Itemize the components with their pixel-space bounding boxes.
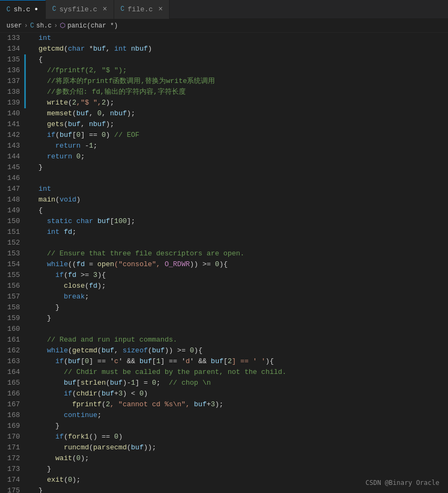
line-row: 162 while(getcmd(buf, sizeof(buf)) >= 0)… bbox=[0, 345, 286, 356]
tab-sysfile[interactable]: C sysfile.c × bbox=[46, 0, 114, 19]
line-code: int bbox=[26, 184, 51, 195]
line-code: } bbox=[26, 464, 51, 475]
line-row: 147 int bbox=[0, 184, 286, 195]
line-number: 147 bbox=[0, 184, 24, 195]
line-row: 164 // Chdir must be called by the paren… bbox=[0, 367, 286, 378]
tab-sysfile-label: sysfile.c bbox=[59, 5, 97, 13]
line-row: 166 if(chdir(buf+3) < 0) bbox=[0, 388, 286, 399]
c-file-icon-3: C bbox=[121, 5, 124, 13]
line-row: 134 getcmd(char *buf, int nbuf) bbox=[0, 44, 286, 54]
line-number: 149 bbox=[0, 205, 24, 216]
line-number: 159 bbox=[0, 313, 24, 324]
line-code: close(fd); bbox=[26, 281, 106, 291]
line-number: 135 bbox=[0, 54, 24, 65]
line-number: 169 bbox=[0, 421, 24, 432]
line-code: runcmd(parsecmd(buf)); bbox=[26, 442, 156, 453]
breadcrumb-sep1: › bbox=[24, 22, 28, 30]
line-code: } bbox=[26, 421, 60, 432]
line-number: 145 bbox=[0, 162, 24, 173]
line-code: while(getcmd(buf, sizeof(buf)) >= 0){ bbox=[26, 345, 202, 356]
line-code: write(2,"$ ",2); bbox=[26, 98, 114, 108]
line-row: 133 int bbox=[0, 33, 286, 44]
line-code: break; bbox=[26, 291, 89, 302]
line-row: 148 main(void) bbox=[0, 195, 286, 205]
line-row: 154 while((fd = open("console", O_RDWR))… bbox=[0, 259, 286, 270]
line-row: 158 } bbox=[0, 302, 286, 313]
line-number: 152 bbox=[0, 238, 24, 248]
line-row: 156 close(fd); bbox=[0, 281, 286, 291]
line-code: //参数介绍: fd,输出的字符内容,字符长度 bbox=[26, 87, 186, 98]
line-code: continue; bbox=[26, 410, 102, 421]
line-number: 137 bbox=[0, 76, 24, 87]
code-lines: 133 int134 getcmd(char *buf, int nbuf)13… bbox=[0, 33, 286, 493]
line-code: int bbox=[26, 33, 51, 44]
line-row: 136 //fprintf(2, "$ "); bbox=[0, 65, 286, 76]
line-code: if(buf[0] == 'c' && buf[1] == 'd' && buf… bbox=[26, 356, 274, 367]
breadcrumb: user › C sh.c › ⬡ panic(char *) bbox=[0, 19, 448, 33]
line-code: // Ensure that three file descriptors ar… bbox=[26, 248, 244, 259]
line-code: static char buf[100]; bbox=[26, 216, 135, 227]
line-number: 153 bbox=[0, 248, 24, 259]
tab-file-label: file.c bbox=[128, 5, 153, 13]
line-code: //将原本的fprintf函数调用,替换为write系统调用 bbox=[26, 76, 215, 87]
breadcrumb-icon-c: C bbox=[30, 22, 34, 30]
tab-file[interactable]: C file.c × bbox=[114, 0, 170, 19]
line-number: 142 bbox=[0, 130, 24, 141]
c-file-icon: C bbox=[6, 6, 10, 13]
line-number: 167 bbox=[0, 399, 24, 410]
line-code: int fd; bbox=[26, 227, 76, 238]
line-number: 160 bbox=[0, 324, 24, 335]
line-number: 151 bbox=[0, 227, 24, 238]
watermark: CSDN @Binary Oracle bbox=[366, 479, 439, 487]
line-row: 135 { bbox=[0, 54, 286, 65]
line-row: 141 gets(buf, nbuf); bbox=[0, 119, 286, 130]
line-row: 149 { bbox=[0, 205, 286, 216]
line-row: 160 bbox=[0, 324, 286, 335]
line-code bbox=[26, 238, 34, 248]
line-code: memset(buf, 0, nbuf); bbox=[26, 108, 135, 119]
line-row: 168 continue; bbox=[0, 410, 286, 421]
line-number: 158 bbox=[0, 302, 24, 313]
breadcrumb-func: panic(char *) bbox=[67, 22, 118, 30]
line-number: 173 bbox=[0, 464, 24, 475]
line-row: 155 if(fd >= 3){ bbox=[0, 270, 286, 281]
line-number: 157 bbox=[0, 291, 24, 302]
line-code: } bbox=[26, 162, 43, 173]
line-row: 169 } bbox=[0, 421, 286, 432]
code-editor: 133 int134 getcmd(char *buf, int nbuf)13… bbox=[0, 33, 448, 493]
line-row: 170 if(fork1() == 0) bbox=[0, 432, 286, 442]
line-row: 140 memset(buf, 0, nbuf); bbox=[0, 108, 286, 119]
line-number: 136 bbox=[0, 65, 24, 76]
tab-sysfile-close[interactable]: × bbox=[102, 5, 107, 13]
line-code: if(chdir(buf+3) < 0) bbox=[26, 388, 148, 399]
line-row: 173 } bbox=[0, 464, 286, 475]
line-code: // Read and run input commands. bbox=[26, 335, 177, 345]
line-number: 134 bbox=[0, 44, 24, 54]
line-row: 142 if(buf[0] == 0) // EOF bbox=[0, 130, 286, 141]
line-row: 172 wait(0); bbox=[0, 453, 286, 464]
line-number: 170 bbox=[0, 432, 24, 442]
line-number: 156 bbox=[0, 281, 24, 291]
line-code: } bbox=[26, 302, 60, 313]
breadcrumb-user: user bbox=[6, 22, 22, 30]
line-number: 175 bbox=[0, 485, 24, 493]
line-code: if(fd >= 3){ bbox=[26, 270, 106, 281]
line-row: 175 } bbox=[0, 485, 286, 493]
line-row: 146 bbox=[0, 173, 286, 184]
tab-file-close[interactable]: × bbox=[158, 5, 163, 13]
line-row: 171 runcmd(parsecmd(buf)); bbox=[0, 442, 286, 453]
line-code: buf[strlen(buf)-1] = 0; // chop \n bbox=[26, 378, 211, 388]
c-file-icon-2: C bbox=[52, 5, 56, 13]
line-number: 166 bbox=[0, 388, 24, 399]
line-code: } bbox=[26, 313, 51, 324]
line-row: 151 int fd; bbox=[0, 227, 286, 238]
line-row: 157 break; bbox=[0, 291, 286, 302]
breadcrumb-shc: sh.c bbox=[36, 22, 52, 30]
line-code: // Chdir must be called by the parent, n… bbox=[26, 367, 286, 378]
line-number: 174 bbox=[0, 475, 24, 485]
line-row: 139 write(2,"$ ",2); bbox=[0, 98, 286, 108]
line-number: 138 bbox=[0, 87, 24, 98]
tab-modified-dot: • bbox=[33, 5, 39, 14]
tab-sh[interactable]: C sh.c • bbox=[0, 0, 46, 19]
line-code: if(buf[0] == 0) // EOF bbox=[26, 130, 139, 141]
